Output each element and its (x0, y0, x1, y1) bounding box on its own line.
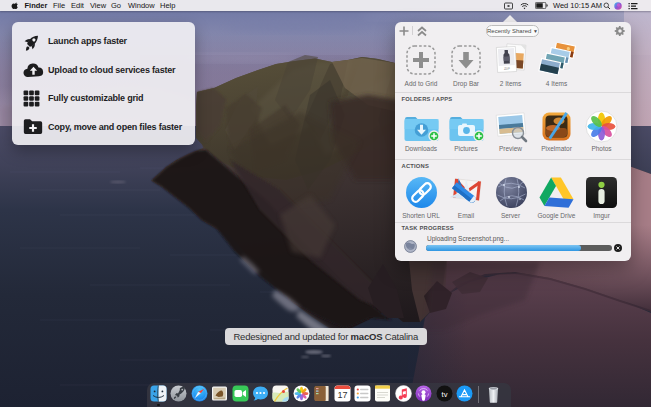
svg-text:tv: tv (441, 390, 447, 399)
svg-text:17: 17 (337, 390, 347, 400)
svg-text:ZIP: ZIP (504, 67, 511, 71)
